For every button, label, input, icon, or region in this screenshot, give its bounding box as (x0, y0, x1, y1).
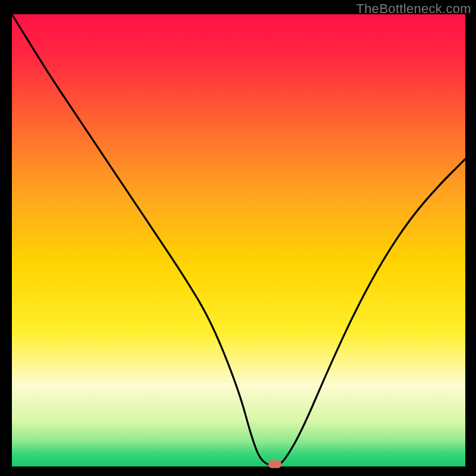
plot-background (12, 14, 465, 466)
watermark-text: TheBottleneck.com (356, 1, 471, 17)
optimal-point-marker (268, 461, 281, 468)
bottleneck-chart (0, 0, 476, 476)
chart-stage: TheBottleneck.com (0, 0, 476, 476)
